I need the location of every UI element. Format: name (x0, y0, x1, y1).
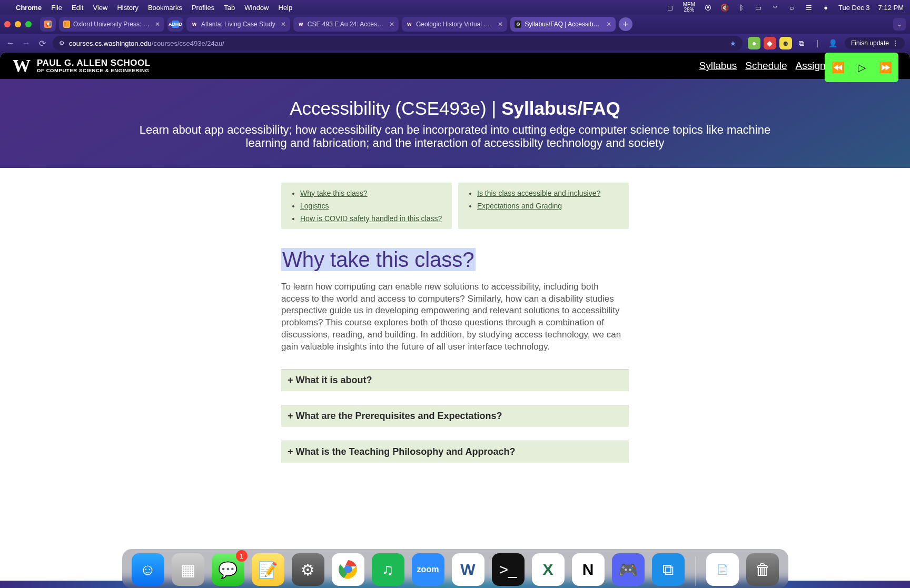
page-viewport: W PAUL G. ALLEN SCHOOL OF COMPUTER SCIEN… (0, 53, 910, 588)
toc-link[interactable]: Why take this class? (300, 189, 368, 197)
menubar-time[interactable]: 7:12 PM (878, 4, 904, 12)
control-center-icon[interactable]: ☰ (805, 3, 813, 12)
dock-notes[interactable]: 📝 (252, 553, 284, 586)
bluetooth-icon[interactable]: ᛒ (737, 3, 746, 12)
accordion-item[interactable]: + What is the Teaching Philosophy and Ap… (281, 441, 629, 463)
bookmark-star-icon[interactable]: ★ (730, 39, 736, 47)
mem-indicator[interactable]: MEM28% (683, 2, 695, 13)
menu-help[interactable]: Help (279, 4, 293, 12)
volume-mute-icon[interactable]: 🔇 (720, 3, 729, 12)
page-subtitle: Learn about app accessibility; how acces… (126, 123, 784, 150)
extension-icon[interactable]: ☻ (779, 37, 792, 49)
window-controls (4, 21, 32, 27)
w-icon: W (406, 21, 413, 28)
tab-geologic[interactable]: W Geologic History Virtual Field ✕ (402, 17, 507, 32)
new-tab-button[interactable]: + (619, 17, 632, 31)
reload-button[interactable]: ⟳ (37, 38, 47, 48)
tabs-menu-button[interactable]: ⌄ (893, 18, 906, 31)
w-mark-icon: W (13, 56, 29, 76)
menu-edit[interactable]: Edit (72, 4, 83, 12)
back-button[interactable]: ← (5, 38, 16, 48)
toc: Why take this class? Logistics How is CO… (281, 183, 629, 229)
dock-excel[interactable]: X (532, 553, 565, 586)
dock-launchpad[interactable]: ▦ (172, 553, 204, 586)
search-icon[interactable]: ⌕ (788, 3, 796, 12)
minimize-window[interactable] (15, 21, 21, 27)
url-path: /courses/cse493e/24au/ (152, 39, 224, 47)
dock-messages[interactable]: 💬1 (212, 553, 244, 586)
app-name[interactable]: Chrome (16, 4, 42, 12)
menu-window[interactable]: Window (244, 4, 269, 12)
close-icon[interactable]: ✕ (281, 21, 286, 28)
toc-link[interactable]: Logistics (300, 202, 329, 210)
menubar-date[interactable]: Tue Dec 3 (838, 4, 870, 12)
dock-chrome[interactable] (332, 553, 364, 586)
menu-tab[interactable]: Tab (224, 4, 235, 12)
main-content: Why take this class? Logistics How is CO… (281, 168, 629, 530)
dock-word[interactable]: W (452, 553, 484, 586)
extensions-row: ● ◆ ☻ ⧉ | 👤 (748, 37, 839, 49)
battery-icon[interactable]: ▭ (754, 3, 763, 12)
toc-link[interactable]: How is COVID safety handled in this clas… (300, 214, 442, 223)
accordion-item[interactable]: + What it is about? (281, 369, 629, 391)
dock-finder[interactable]: ☺ (132, 553, 164, 586)
extension-icon[interactable]: ◆ (764, 37, 776, 49)
w-icon: W (298, 21, 304, 28)
dock-terminal[interactable]: >_ (492, 553, 525, 586)
url-bar-row: ← → ⟳ ⚙ courses.cs.washington.edu/course… (0, 34, 910, 53)
menu-bookmarks[interactable]: Bookmarks (148, 4, 182, 12)
accordion-item[interactable]: + What are the Prerequisites and Expecta… (281, 405, 629, 427)
menu-file[interactable]: File (51, 4, 62, 12)
close-icon[interactable]: ✕ (389, 21, 394, 28)
fastforward-icon[interactable]: ⏩ (879, 61, 892, 74)
close-icon[interactable]: ✕ (606, 21, 611, 28)
tab-adhd[interactable]: ADHD (167, 17, 183, 32)
dock-settings[interactable]: ⚙ (292, 553, 324, 586)
school-dept: OF COMPUTER SCIENCE & ENGINEERING (37, 68, 151, 73)
nav-syllabus[interactable]: Syllabus (699, 60, 737, 72)
dock-trash[interactable]: 🗑 (746, 553, 779, 586)
tab-cse493[interactable]: W CSE 493 E Au 24: Accessibili ✕ (293, 17, 399, 32)
close-window[interactable] (4, 21, 11, 27)
extension-icon[interactable]: ⧉ (795, 37, 808, 49)
nav-schedule[interactable]: Schedule (745, 60, 787, 72)
badge: 1 (236, 550, 248, 562)
megaphone-icon: 📢 (44, 21, 52, 28)
dock-vscode[interactable]: ⧉ (652, 553, 685, 586)
play-icon[interactable]: ▷ (858, 61, 866, 74)
forward-button[interactable]: → (21, 38, 32, 48)
notion-menubar-icon[interactable]: ◻ (666, 3, 675, 12)
dock-spotify[interactable]: ♫ (372, 553, 404, 586)
hero-banner: Accessibility (CSE493e) | Syllabus/FAQ L… (0, 79, 910, 168)
finish-update-button[interactable]: Finish update ⋮ (845, 37, 905, 49)
kebab-icon: ⋮ (892, 39, 898, 47)
dock-recent-doc[interactable]: 📄 (706, 553, 739, 586)
record-icon[interactable]: ⦿ (704, 3, 712, 12)
close-icon[interactable]: ✕ (155, 21, 160, 28)
toc-link[interactable]: Is this class accessible and inclusive? (477, 189, 600, 197)
toc-link[interactable]: Expectations and Grading (477, 202, 562, 210)
menu-history[interactable]: History (117, 4, 138, 12)
siri-icon[interactable]: ● (822, 3, 830, 12)
site-info-icon[interactable]: ⚙ (59, 39, 65, 47)
tab-atlanta[interactable]: W Atlanta: Living Case Study ✕ (186, 17, 290, 32)
uw-logo[interactable]: W PAUL G. ALLEN SCHOOL OF COMPUTER SCIEN… (13, 56, 151, 76)
rewind-icon[interactable]: ⏪ (832, 61, 845, 74)
tab-pinned[interactable]: 📢 (40, 17, 56, 32)
maximize-window[interactable] (25, 21, 32, 27)
close-icon[interactable]: ✕ (498, 21, 503, 28)
url-host: courses.cs.washington.edu (69, 39, 152, 47)
dock-zoom[interactable]: zoom (412, 553, 444, 586)
extension-icon[interactable]: ● (748, 37, 760, 49)
dock-discord[interactable]: 🎮 (612, 553, 645, 586)
menu-view[interactable]: View (93, 4, 107, 12)
profile-icon[interactable]: 👤 (827, 37, 839, 49)
dock-notion[interactable]: N (572, 553, 605, 586)
tab-oxford[interactable]: 📙 Oxford University Press: Clas ✕ (59, 17, 164, 32)
section-paragraph: To learn how computing can enable new so… (281, 281, 629, 354)
tab-syllabus-active[interactable]: ⚙ Syllabus/FAQ | Accessibility ✕ (510, 17, 616, 32)
menu-profiles[interactable]: Profiles (192, 4, 214, 12)
toc-col-1: Why take this class? Logistics How is CO… (281, 183, 452, 229)
address-bar[interactable]: ⚙ courses.cs.washington.edu/courses/cse4… (53, 36, 743, 51)
wifi-icon[interactable]: ⌔ (771, 3, 779, 12)
